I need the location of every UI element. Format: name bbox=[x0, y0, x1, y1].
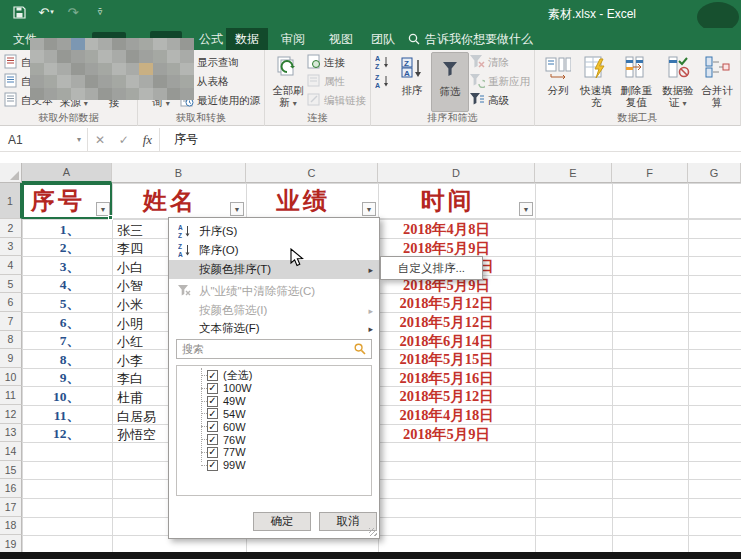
header-cell-时间[interactable]: 时间 bbox=[378, 183, 517, 219]
checkbox-checked-icon[interactable]: ✓ bbox=[207, 408, 218, 419]
ribbon-button-数据验证[interactable]: 数据验证 ▾ bbox=[658, 52, 698, 112]
menu-item-sort-descending[interactable]: ZA 降序(O) bbox=[169, 241, 379, 260]
column-header-B[interactable]: B bbox=[112, 163, 246, 183]
filter-value-76W[interactable]: ✓ 76W bbox=[207, 433, 246, 446]
cell-date[interactable]: 2018年5月15日 bbox=[378, 350, 515, 369]
ribbon-button-az-asc[interactable]: AZ bbox=[375, 54, 393, 71]
cell-date[interactable]: 2018年5月9日 bbox=[378, 425, 515, 444]
cell-serial[interactable]: 3、 bbox=[22, 258, 80, 276]
cancel-entry-icon[interactable]: ✕ bbox=[95, 133, 105, 147]
ribbon-button-排序[interactable]: ZA排序 bbox=[393, 52, 431, 112]
cell-date[interactable]: 2018年5月9日 bbox=[378, 239, 515, 258]
cell-date[interactable]: 2018年6月14日 bbox=[378, 332, 515, 351]
ok-button[interactable]: 确定 bbox=[253, 512, 311, 531]
filter-button-时间[interactable]: ▼ bbox=[519, 202, 533, 216]
filter-value-77W[interactable]: ✓ 77W bbox=[207, 446, 246, 459]
filter-value-60W[interactable]: ✓ 60W bbox=[207, 420, 246, 433]
row-header-15[interactable]: 15 bbox=[0, 461, 22, 480]
row-header-5[interactable]: 5 bbox=[0, 275, 22, 294]
cell-date[interactable]: 2018年4月8日 bbox=[378, 220, 515, 239]
cell-name[interactable]: 李四 bbox=[117, 240, 143, 258]
cell-serial[interactable]: 2、 bbox=[22, 239, 80, 257]
ribbon-button-全部刷新[interactable]: 全部刷新 ▾ bbox=[269, 52, 307, 112]
ribbon-button-删除重复值[interactable]: 删除重复值 bbox=[615, 52, 658, 112]
cell-date[interactable]: 2018年5月16日 bbox=[378, 369, 515, 388]
row-header-12[interactable]: 12 bbox=[0, 405, 22, 424]
column-header-G[interactable]: G bbox=[688, 163, 741, 183]
header-cell-姓名[interactable]: 姓名 bbox=[112, 183, 228, 219]
cell-name[interactable]: 小李 bbox=[117, 352, 143, 370]
filter-value-54W[interactable]: ✓ 54W bbox=[207, 407, 246, 420]
row-header-6[interactable]: 6 bbox=[0, 293, 22, 312]
cell-serial[interactable]: 10、 bbox=[22, 388, 80, 406]
row-header-1[interactable]: 1 bbox=[0, 183, 22, 219]
checkbox-checked-icon[interactable]: ✓ bbox=[207, 434, 218, 445]
row-header-7[interactable]: 7 bbox=[0, 312, 22, 331]
column-header-C[interactable]: C bbox=[246, 163, 378, 183]
ribbon-button-合并计算[interactable]: 合并计算 bbox=[698, 52, 736, 112]
filter-value-49W[interactable]: ✓ 49W bbox=[207, 395, 246, 408]
checkbox-checked-icon[interactable]: ✓ bbox=[207, 460, 218, 471]
ribbon-button-筛选[interactable]: 筛选 bbox=[431, 52, 469, 112]
filter-value-(全选)[interactable]: ✓ (全选) bbox=[207, 369, 252, 382]
row-header-16[interactable]: 16 bbox=[0, 479, 22, 498]
cell-serial[interactable]: 6、 bbox=[22, 314, 80, 332]
cell-name[interactable]: 小明 bbox=[117, 315, 143, 333]
filter-value-99W[interactable]: ✓ 99W bbox=[207, 459, 246, 472]
tell-me-box[interactable]: 告诉我你想要做什么 bbox=[408, 28, 533, 50]
menu-resize-handle[interactable] bbox=[369, 528, 377, 536]
checkbox-checked-icon[interactable]: ✓ bbox=[207, 383, 218, 394]
header-cell-业绩[interactable]: 业绩 bbox=[246, 183, 360, 219]
cell-name[interactable]: 李白 bbox=[117, 370, 143, 388]
formula-bar-value[interactable]: 序号 bbox=[160, 128, 741, 151]
column-header-D[interactable]: D bbox=[378, 163, 535, 183]
menu-item-sort-ascending[interactable]: AZ 升序(S) bbox=[169, 222, 379, 241]
cell-name[interactable]: 小智 bbox=[117, 277, 143, 295]
cell-date[interactable]: 2018年5月12日 bbox=[378, 294, 515, 313]
cell-date[interactable]: 2018年4月18日 bbox=[378, 406, 515, 425]
row-header-2[interactable]: 2 bbox=[0, 219, 22, 238]
cell-name[interactable]: 小米 bbox=[117, 296, 143, 314]
cell-date[interactable]: 2018年5月12日 bbox=[378, 313, 515, 332]
row-header-4[interactable]: 4 bbox=[0, 256, 22, 275]
tab-2[interactable]: 审阅 bbox=[272, 28, 314, 50]
select-all-corner[interactable] bbox=[0, 163, 22, 183]
checkbox-checked-icon[interactable]: ✓ bbox=[207, 396, 218, 407]
filter-value-list[interactable]: ✓ (全选) ✓ 100W ✓ 49W ✓ 54W ✓ 60W ✓ 76W ✓ … bbox=[176, 365, 372, 496]
tab-4[interactable]: 团队 bbox=[362, 28, 404, 50]
row-header-9[interactable]: 9 bbox=[0, 349, 22, 368]
search-input[interactable] bbox=[182, 343, 354, 355]
tab-3[interactable]: 视图 bbox=[320, 28, 362, 50]
cell-name[interactable]: 张三 bbox=[117, 222, 143, 240]
column-header-A[interactable]: A bbox=[22, 163, 112, 183]
customize-qat-icon[interactable]: ▿̄ bbox=[91, 3, 109, 21]
cell-name[interactable]: 小白 bbox=[117, 259, 143, 277]
cell-serial[interactable]: 5、 bbox=[22, 295, 80, 313]
checkbox-checked-icon[interactable]: ✓ bbox=[207, 447, 218, 458]
tab-active-1[interactable]: 数据 bbox=[226, 28, 268, 50]
menu-item-text-filters[interactable]: 文本筛选(F) ▸ bbox=[169, 319, 379, 338]
cell-serial[interactable]: 4、 bbox=[22, 276, 80, 294]
cell-date[interactable]: 2018年5月12日 bbox=[378, 387, 515, 406]
undo-icon[interactable]: ↶▾ bbox=[37, 3, 55, 21]
fill-handle[interactable] bbox=[108, 215, 113, 220]
filter-button-姓名[interactable]: ▼ bbox=[230, 202, 244, 216]
checkbox-checked-icon[interactable]: ✓ bbox=[207, 370, 218, 381]
checkbox-checked-icon[interactable]: ✓ bbox=[207, 421, 218, 432]
name-box[interactable]: A1 ▾ bbox=[0, 128, 88, 151]
filter-search-box[interactable] bbox=[176, 339, 372, 359]
insert-function-icon[interactable]: fx bbox=[143, 132, 152, 148]
cell-serial[interactable]: 1、 bbox=[22, 221, 80, 239]
cell-name[interactable]: 杜甫 bbox=[117, 389, 143, 407]
cell-serial[interactable]: 9、 bbox=[22, 369, 80, 387]
column-header-E[interactable]: E bbox=[535, 163, 612, 183]
row-header-13[interactable]: 13 bbox=[0, 424, 22, 443]
row-header-19[interactable]: 19 bbox=[0, 535, 22, 554]
row-header-14[interactable]: 14 bbox=[0, 442, 22, 461]
cell-serial[interactable]: 12、 bbox=[22, 425, 80, 443]
row-header-11[interactable]: 11 bbox=[0, 386, 22, 405]
menu-item-custom-sort[interactable]: 自定义排序... bbox=[398, 261, 465, 276]
column-header-F[interactable]: F bbox=[612, 163, 688, 183]
name-box-caret-icon[interactable]: ▾ bbox=[77, 135, 81, 144]
ribbon-button-连接[interactable]: 连接 bbox=[307, 54, 366, 71]
